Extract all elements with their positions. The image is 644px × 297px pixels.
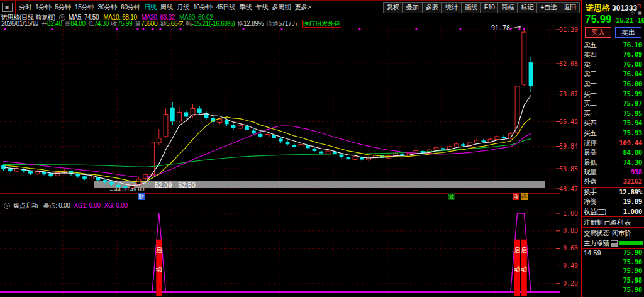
stat-row-value: 12.89%	[619, 188, 642, 197]
status-lines: 注册制 已盈利 表交易状态: 闭市阶	[582, 216, 644, 238]
stat-row: 外盘32162	[582, 177, 644, 186]
trading-terminal: ▣ 分时1分钟5分钟15分钟30分钟60分钟日线周线月线10分钟45日线季线年线…	[0, 0, 644, 297]
panel-corner-icons[interactable]: ◇ ▣	[631, 10, 643, 16]
stat-row-value: 19.89	[623, 197, 642, 206]
svg-text:0.20: 0.20	[563, 280, 578, 287]
stat-row-value: 109.44	[619, 138, 642, 148]
ask-row-label: 卖五	[584, 40, 596, 50]
svg-text:0.40: 0.40	[563, 262, 578, 269]
stat-row-label: 最低	[584, 158, 596, 167]
bid-row-label: 买一	[584, 89, 596, 99]
tick-row: 75.90	[582, 267, 644, 276]
bid-row[interactable]: 买一75.99	[582, 89, 644, 99]
bid-row-label: 买五	[584, 128, 596, 138]
tick-time: 14:59	[584, 249, 601, 258]
ask-row-label: 卖一	[584, 79, 596, 89]
indicator-value: 暴点: 0.00	[43, 202, 70, 209]
ask-row[interactable]: 卖四76.09	[582, 50, 644, 59]
last-price: 75.99	[585, 13, 612, 25]
stat-row: 收益(三)1.000	[582, 207, 644, 216]
svg-text:52.09 - 52.50: 52.09 - 52.50	[155, 181, 196, 189]
stat-row-label: 外盘	[584, 177, 596, 186]
indicator-header: v 爆点启动 暴点: 0.00XG1: 0.00XG: 0.00	[2, 202, 128, 210]
stat-row-label: 最高	[584, 148, 596, 157]
bid-row-value: 75.95	[623, 109, 642, 118]
ask-row-label: 卖二	[584, 69, 596, 79]
bid-row-value: 75.94	[623, 118, 642, 128]
ask-row-value: 76.04	[623, 69, 642, 79]
svg-text:启: 启	[156, 247, 162, 254]
main-net-flow-label: 主力净额	[584, 239, 609, 248]
svg-text:0.60: 0.60	[563, 245, 578, 252]
registered-flag: R	[637, 3, 641, 9]
bid-row[interactable]: 买二75.97	[582, 99, 644, 108]
tick-price: 75.90	[623, 249, 642, 258]
stat-row: 最低74.30	[582, 158, 644, 167]
tick-row: 75.98	[582, 286, 644, 295]
ask-row[interactable]: 卖五76.10	[582, 40, 644, 50]
stats-block-2: 换手12.89%净资19.89收益(三)1.000	[582, 188, 644, 216]
svg-text:停: 停	[521, 194, 527, 200]
svg-text:82.08: 82.08	[559, 60, 578, 67]
stat-row-value: 74.30	[623, 158, 642, 167]
ask-row-label: 卖四	[584, 50, 596, 59]
svg-text:启: 启	[521, 247, 527, 254]
indicator-collapse-icon[interactable]: v	[4, 203, 10, 209]
stat-row-label: 净资	[584, 197, 596, 206]
tick-list: 14:5975.9075.9075.9075.9875.98	[582, 249, 644, 294]
main-net-flow-row: 主力净额	[582, 238, 644, 249]
bid-queue: 买一75.99买二75.97买三75.95买四75.94买五75.93	[582, 89, 644, 138]
svg-text:0.80: 0.80	[563, 227, 578, 234]
svg-text:启: 启	[514, 247, 521, 254]
right-panel: 诺思格 301333R ◇ ▣ 75.99 -15.21 -16.68% 买入 …	[581, 0, 644, 297]
bid-row-label: 买三	[584, 109, 596, 118]
bid-row[interactable]: 买五75.93	[582, 128, 644, 138]
tick-row: 14:5975.90	[582, 249, 644, 258]
svg-text:91.78: 91.78	[491, 25, 510, 31]
indicator-name: 爆点启动	[13, 202, 38, 209]
tick-price: 75.98	[623, 276, 642, 286]
ask-row-value: 76.00	[623, 79, 642, 89]
stat-row-value: 32162	[623, 177, 642, 186]
candlestick-chart[interactable]: 52.09 - 52.50←44.88 49.8091.78财减涨停启动启动启动…	[0, 0, 581, 297]
stat-row: 涨停109.44	[582, 138, 644, 148]
bid-row-label: 买二	[584, 99, 596, 108]
bid-row[interactable]: 买三75.95	[582, 109, 644, 118]
svg-text:66.48: 66.48	[559, 118, 578, 125]
sell-button[interactable]: 卖出	[615, 27, 641, 38]
ask-row[interactable]: 卖二76.04	[582, 69, 644, 79]
tick-price: 75.90	[623, 258, 642, 267]
svg-text:48.47: 48.47	[559, 186, 578, 193]
price-change-pct: -16.68%	[635, 16, 644, 24]
tick-row: 75.90	[582, 258, 644, 267]
list-icon[interactable]	[611, 240, 618, 247]
bid-row-value: 75.99	[623, 89, 642, 99]
tick-price: 75.98	[623, 286, 642, 295]
indicator-value: XG1: 0.00	[74, 202, 100, 209]
trade-buttons: 买入 卖出	[582, 26, 644, 40]
ask-row-value: 76.10	[623, 40, 642, 50]
tick-price: 75.90	[623, 267, 642, 276]
svg-text:53.85: 53.85	[559, 165, 578, 172]
svg-text:财: 财	[138, 194, 144, 200]
svg-text:减: 减	[448, 194, 454, 200]
price-change: -15.21	[614, 16, 633, 24]
stock-name: 诺思格	[586, 3, 610, 13]
net-flow-bar	[619, 241, 643, 245]
svg-text:涨: 涨	[513, 194, 519, 200]
bid-row[interactable]: 买四75.94	[582, 118, 644, 128]
svg-text:59.84: 59.84	[559, 143, 578, 150]
ask-row-value: 76.08	[623, 60, 642, 69]
stat-row-label: 收益(三)	[584, 207, 606, 216]
ask-row-value: 76.09	[623, 50, 642, 59]
svg-text:73.87: 73.87	[559, 91, 578, 98]
indicator-value: XG: 0.00	[104, 202, 128, 209]
ask-row[interactable]: 卖三76.08	[582, 60, 644, 69]
stat-row: 现量938	[582, 167, 644, 177]
bid-row-value: 75.97	[623, 99, 642, 108]
ask-row[interactable]: 卖一76.00	[582, 79, 644, 89]
stat-row-label: 现量	[584, 167, 596, 177]
buy-button[interactable]: 买入	[585, 27, 611, 38]
svg-text:1.00: 1.00	[563, 210, 578, 217]
status-line: 注册制 已盈利 表	[582, 216, 644, 227]
